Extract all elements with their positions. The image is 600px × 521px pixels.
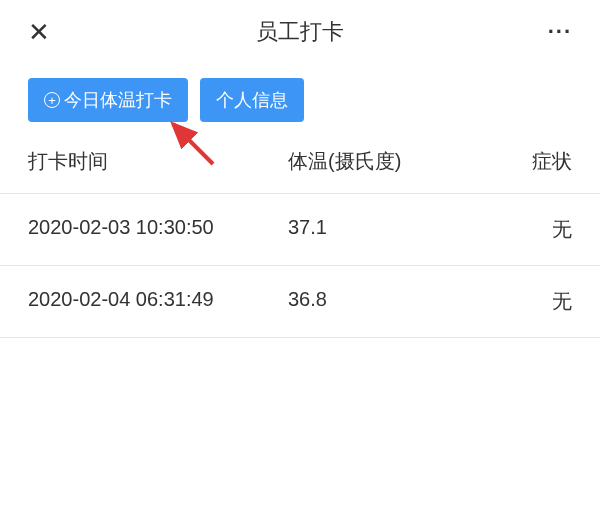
close-icon[interactable]: ✕ (28, 19, 50, 45)
column-header-symptom: 症状 (492, 148, 572, 175)
cell-time: 2020-02-03 10:30:50 (28, 216, 288, 243)
plus-circle-icon: + (44, 92, 60, 108)
action-button-row: + 今日体温打卡 个人信息 (0, 64, 600, 130)
cell-temperature: 37.1 (288, 216, 492, 243)
checkin-button-label: 今日体温打卡 (64, 88, 172, 112)
more-icon[interactable]: ··· (548, 19, 572, 45)
profile-button[interactable]: 个人信息 (200, 78, 304, 122)
profile-button-label: 个人信息 (216, 88, 288, 112)
app-container: ✕ 员工打卡 ··· + 今日体温打卡 个人信息 打卡时间 体温(摄氏度) 症状… (0, 0, 600, 521)
cell-time: 2020-02-04 06:31:49 (28, 288, 288, 315)
table-row: 2020-02-04 06:31:49 36.8 无 (0, 266, 600, 338)
table-row: 2020-02-03 10:30:50 37.1 无 (0, 194, 600, 266)
header-bar: ✕ 员工打卡 ··· (0, 0, 600, 64)
table-header: 打卡时间 体温(摄氏度) 症状 (0, 130, 600, 194)
checkin-today-button[interactable]: + 今日体温打卡 (28, 78, 188, 122)
column-header-temperature: 体温(摄氏度) (288, 148, 492, 175)
column-header-time: 打卡时间 (28, 148, 288, 175)
page-title: 员工打卡 (256, 17, 344, 47)
cell-symptom: 无 (492, 216, 572, 243)
cell-symptom: 无 (492, 288, 572, 315)
cell-temperature: 36.8 (288, 288, 492, 315)
